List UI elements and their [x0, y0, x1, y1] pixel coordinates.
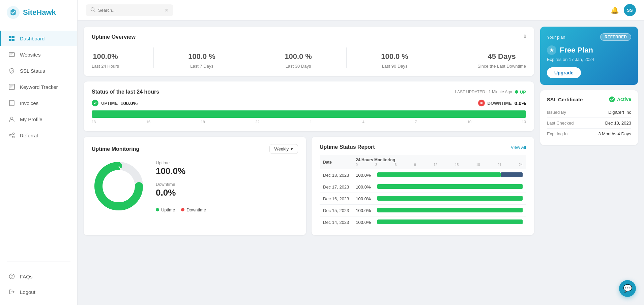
status-right: LAST UPDATED : 1 Minute Ago UP — [455, 90, 526, 95]
svg-point-18 — [13, 133, 14, 135]
table-row: Dec 18, 2023 100.0% — [320, 169, 526, 181]
monitoring-grid: Uptime Monitoring Weekly ▾ — [84, 137, 534, 235]
stat-24h-label: Last 24 Hours — [92, 64, 119, 69]
sidebar-item-logout[interactable]: Logout — [0, 284, 77, 300]
uptime-dot-icon — [156, 208, 159, 211]
uptime-bar — [377, 172, 501, 177]
table-row: Dec 15, 2023 100.0% — [320, 205, 526, 216]
stat-90d-unit: % — [400, 52, 408, 61]
plan-card: Your plan REFERRED Free Plan Expires on … — [540, 27, 638, 85]
downtime-dot-item: Downtime — [181, 207, 206, 212]
table-row: Dec 16, 2023 100.0% — [320, 193, 526, 205]
stat-30d: 100.0 % Last 30 Days — [285, 46, 312, 69]
legend-dots: Uptime Downtime — [156, 207, 206, 212]
avatar[interactable]: SS — [624, 4, 636, 16]
svg-text:?: ? — [11, 274, 13, 278]
uptime-indicator: UPTIME 100.0% — [92, 100, 138, 106]
timeline-labels: 13 16 19 22 1 4 7 10 13 — [92, 120, 526, 124]
report-header: Uptime Status Report View All — [320, 144, 526, 150]
row-bar — [374, 193, 526, 205]
keyword-tracker-icon — [8, 83, 15, 90]
ssl-val: DigiCert Inc — [608, 110, 631, 115]
uptime-overview-title: Uptime Overview — [92, 34, 136, 40]
ssl-active-status: Active — [609, 96, 631, 102]
svg-rect-4 — [12, 39, 14, 41]
logo-text: SiteHawk — [23, 8, 56, 17]
faqs-label: FAQs — [20, 274, 33, 279]
chat-bubble[interactable]: 💬 — [619, 280, 636, 297]
uptime-bar — [377, 208, 523, 212]
table-row: Dec 17, 2023 100.0% — [320, 181, 526, 193]
sidebar-item-websites[interactable]: Websites — [0, 47, 77, 62]
up-dot — [515, 90, 518, 94]
ssl-row: Issued By DigiCert Inc — [547, 107, 631, 118]
sidebar-item-my-profile[interactable]: My Profile — [0, 111, 77, 127]
bar-track — [377, 219, 523, 225]
ssl-icon — [8, 67, 15, 74]
stat-7d: 100.0 % Last 7 Days — [188, 46, 215, 69]
plan-label: Your plan — [547, 35, 565, 40]
upgrade-button[interactable]: Upgrade — [547, 67, 581, 78]
row-bar — [374, 216, 526, 228]
row-bar — [374, 205, 526, 216]
content-main: Uptime Overview ℹ 100.0% Last 24 Hours 1… — [84, 27, 534, 299]
notification-bell-icon[interactable]: 🔔 — [611, 6, 619, 14]
referred-badge: REFERRED — [600, 33, 631, 41]
uptime-downtime-row: UPTIME 100.0% DOWNTIME 0.0% — [92, 100, 526, 106]
ssl-label: SSL Status — [20, 68, 45, 74]
ssl-key: Last Checked — [547, 121, 574, 126]
stat-90d: 100.0 % Last 90 Days — [381, 46, 408, 69]
table-row: Dec 14, 2023 100.0% — [320, 216, 526, 228]
search-box[interactable]: ✕ — [86, 4, 173, 16]
sidebar-item-ssl[interactable]: SSL Status — [0, 63, 77, 78]
row-pct: 100.0% — [352, 193, 374, 205]
sidebar-item-invoices[interactable]: Invoices — [0, 95, 77, 111]
uptime-value: 100.0% — [120, 100, 138, 106]
dashboard-icon — [8, 35, 15, 42]
col-date: Date — [320, 155, 352, 169]
sidebar-item-faqs[interactable]: ? FAQs — [0, 269, 77, 284]
svg-point-17 — [9, 135, 11, 136]
websites-icon — [8, 51, 15, 58]
search-clear-icon[interactable]: ✕ — [165, 7, 169, 13]
dark-bar — [501, 172, 523, 177]
report-table: Date 24 Hours Monitoring 0 3 6 9 12 — [320, 155, 526, 228]
my-profile-label: My Profile — [20, 116, 42, 122]
up-label: UP — [520, 90, 526, 95]
downtime-x-icon — [478, 100, 485, 106]
sidebar-item-dashboard[interactable]: Dashboard — [0, 31, 77, 46]
ssl-active-text: Active — [617, 97, 631, 102]
sidebar-divider — [7, 262, 70, 262]
row-date: Dec 14, 2023 — [320, 216, 352, 228]
stat-divider-4 — [443, 47, 443, 68]
row-date: Dec 16, 2023 — [320, 193, 352, 205]
logo-icon — [7, 6, 20, 19]
stat-30d-unit: % — [303, 52, 312, 61]
my-profile-icon — [8, 116, 15, 123]
status-title: Status of the last 24 hours — [92, 89, 159, 95]
logout-label: Logout — [20, 289, 35, 295]
stat-24h-value: 100.0 — [93, 52, 111, 61]
stat-30d-value: 100.0 — [285, 52, 303, 61]
downtime-dot-icon — [181, 208, 184, 211]
sidebar-item-referral[interactable]: Referral — [0, 128, 77, 143]
uptime-stats-row: 100.0% Last 24 Hours 100.0 % Last 7 Days… — [92, 46, 526, 69]
row-bar — [374, 169, 526, 181]
svg-rect-3 — [9, 39, 11, 41]
view-all-link[interactable]: View All — [511, 145, 526, 150]
period-dropdown[interactable]: Weekly ▾ — [269, 144, 298, 154]
monitoring-header: Uptime Monitoring Weekly ▾ — [92, 144, 298, 154]
donut-chart — [92, 159, 146, 213]
row-pct: 100.0% — [352, 205, 374, 216]
stat-90d-label: Last 90 Days — [381, 64, 408, 69]
sidebar-item-keyword-tracker[interactable]: Keyword Tracker — [0, 79, 77, 95]
search-input[interactable] — [98, 8, 162, 13]
plan-name-row: Free Plan — [547, 45, 631, 55]
period-selected: Weekly — [274, 146, 289, 151]
stat-divider-1 — [153, 47, 154, 68]
dashboard-label: Dashboard — [20, 36, 45, 41]
row-pct: 100.0% — [352, 216, 374, 228]
info-icon[interactable]: ℹ — [524, 33, 526, 39]
stat-90d-value: 100.0 — [381, 52, 400, 61]
row-bar — [374, 181, 526, 193]
